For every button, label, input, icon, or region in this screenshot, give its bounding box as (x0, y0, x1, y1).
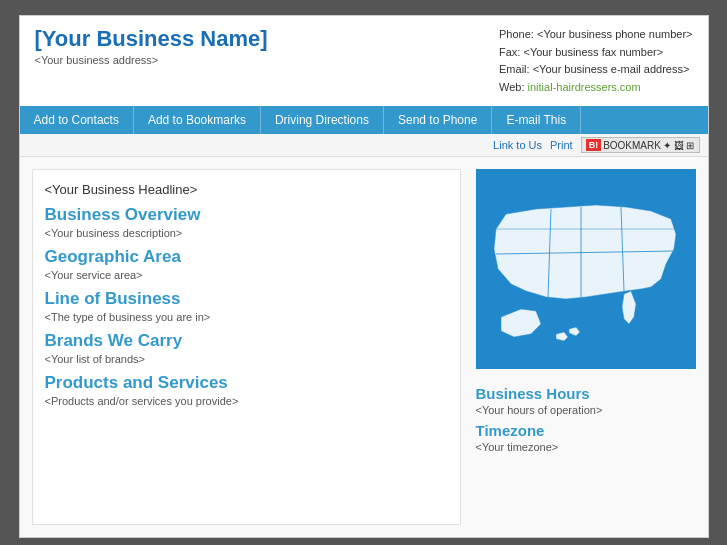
page-wrapper: [Your Business Name] <Your business addr… (19, 15, 709, 538)
web-label: Web: (499, 81, 528, 93)
section-desc-overview: <Your business description> (45, 227, 448, 239)
toolbar: Link to Us Print B! BOOKMARK ✦ 🖼 ⊞ (20, 134, 708, 157)
main-content: <Your Business Headline> Business Overvi… (20, 157, 708, 537)
sidebar-hours-desc: <Your hours of operation> (476, 404, 696, 416)
link-to-us[interactable]: Link to Us (493, 139, 542, 151)
section-title-geo: Geographic Area (45, 247, 448, 267)
section-title-overview: Business Overview (45, 205, 448, 225)
sidebar-timezone: Timezone <Your timezone> (476, 416, 696, 453)
us-map-svg (476, 169, 696, 369)
section-title-products: Products and Services (45, 373, 448, 393)
nav-add-contacts[interactable]: Add to Contacts (20, 106, 134, 134)
section-desc-brands: <Your list of brands> (45, 353, 448, 365)
section-title-brands: Brands We Carry (45, 331, 448, 351)
nav-send-to-phone[interactable]: Send to Phone (384, 106, 492, 134)
business-address: <Your business address> (35, 54, 268, 66)
web-info: Web: initial-hairdressers.com (499, 79, 692, 97)
sidebar-timezone-title: Timezone (476, 422, 696, 439)
nav-driving-directions[interactable]: Driving Directions (261, 106, 384, 134)
section-title-lob: Line of Business (45, 289, 448, 309)
bookmark-icon: B! (586, 139, 602, 151)
section-desc-geo: <Your service area> (45, 269, 448, 281)
content-left: <Your Business Headline> Business Overvi… (32, 169, 461, 525)
phone-info: Phone: <Your business phone number> (499, 26, 692, 44)
web-link[interactable]: initial-hairdressers.com (528, 81, 641, 93)
header: [Your Business Name] <Your business addr… (20, 16, 708, 106)
content-right: Business Hours <Your hours of operation>… (476, 169, 696, 525)
map-area (476, 169, 696, 369)
navbar: Add to Contacts Add to Bookmarks Driving… (20, 106, 708, 134)
sidebar-business-hours: Business Hours <Your hours of operation> (476, 379, 696, 416)
bookmark-label: BOOKMARK (603, 140, 661, 151)
email-info: Email: <Your business e-mail address> (499, 61, 692, 79)
nav-email-this[interactable]: E-mail This (492, 106, 581, 134)
section-desc-products: <Products and/or services you provide> (45, 395, 448, 407)
sidebar-hours-title: Business Hours (476, 385, 696, 402)
bookmark-extras: ✦ 🖼 ⊞ (663, 140, 695, 151)
nav-add-bookmarks[interactable]: Add to Bookmarks (134, 106, 261, 134)
business-name: [Your Business Name] (35, 26, 268, 52)
fax-info: Fax: <Your business fax number> (499, 44, 692, 62)
print-link[interactable]: Print (550, 139, 573, 151)
header-left: [Your Business Name] <Your business addr… (35, 26, 268, 66)
sidebar-timezone-desc: <Your timezone> (476, 441, 696, 453)
section-desc-lob: <The type of business you are in> (45, 311, 448, 323)
business-headline: <Your Business Headline> (45, 182, 448, 197)
bookmark-button[interactable]: B! BOOKMARK ✦ 🖼 ⊞ (581, 137, 700, 153)
header-right: Phone: <Your business phone number> Fax:… (499, 26, 692, 96)
